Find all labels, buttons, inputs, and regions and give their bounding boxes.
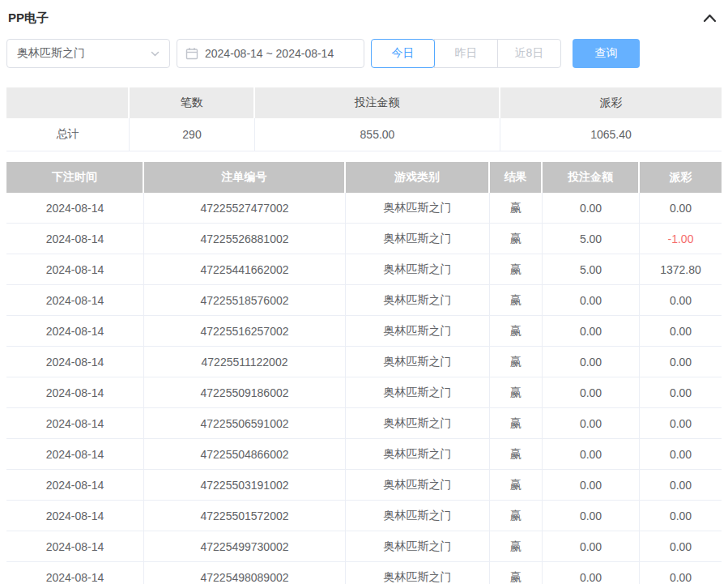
summary-header-row: 笔数 投注金额 派彩 xyxy=(6,87,722,118)
cell-game-category: 奥林匹斯之门 xyxy=(346,501,490,531)
cell-bet-id: 47225503191002 xyxy=(144,470,346,501)
table-row: 2024-08-14 47225501572002 奥林匹斯之门 赢 0.00 … xyxy=(6,501,722,531)
collapse-panel-button[interactable] xyxy=(701,11,718,24)
cell-bet-id: 47225441662002 xyxy=(144,254,346,285)
cell-bet-id: 47225499730002 xyxy=(144,531,346,562)
col-header-bet-time: 下注时间 xyxy=(6,162,144,193)
table-row: 2024-08-14 47225506591002 奥林匹斯之门 赢 0.00 … xyxy=(6,408,722,439)
cell-bet-time: 2024-08-14 xyxy=(6,377,144,408)
cell-payout: 0.00 xyxy=(640,316,722,347)
cell-bet-time: 2024-08-14 xyxy=(6,254,144,285)
table-row: 2024-08-14 47225504866002 奥林匹斯之门 赢 0.00 … xyxy=(6,439,722,470)
summary-table: 笔数 投注金额 派彩 总计 290 855.00 1065.40 xyxy=(6,87,722,151)
cell-bet-time: 2024-08-14 xyxy=(6,224,144,254)
cell-bet-amount: 0.00 xyxy=(543,439,640,470)
cell-bet-id: 47225526881002 xyxy=(144,224,346,254)
cell-bet-amount: 5.00 xyxy=(543,224,640,254)
cell-game-category: 奥林匹斯之门 xyxy=(346,470,490,501)
quick-date-group: 今日 昨日 近8日 xyxy=(371,39,561,68)
cell-bet-amount: 0.00 xyxy=(543,377,640,408)
cell-game-category: 奥林匹斯之门 xyxy=(346,224,490,254)
cell-game-category: 奥林匹斯之门 xyxy=(346,439,490,470)
cell-bet-amount: 0.00 xyxy=(543,408,640,439)
cell-payout: 0.00 xyxy=(640,347,722,377)
cell-game-category: 奥林匹斯之门 xyxy=(346,254,490,285)
last-8-days-button[interactable]: 近8日 xyxy=(497,39,561,68)
filter-bar: 奥林匹斯之门 2024-08-14 ~ 2024-08-14 今日 昨日 xyxy=(6,39,722,68)
summary-total-label: 总计 xyxy=(6,118,130,151)
cell-result: 赢 xyxy=(490,377,543,408)
cell-payout: 0.00 xyxy=(640,377,722,408)
cell-bet-time: 2024-08-14 xyxy=(6,470,144,501)
pp-electronic-panel: PP电子 奥林匹斯之门 xyxy=(0,0,728,584)
cell-result: 赢 xyxy=(490,562,543,584)
cell-game-category: 奥林匹斯之门 xyxy=(346,408,490,439)
summary-header-blank xyxy=(6,87,130,118)
cell-bet-id: 47225498089002 xyxy=(144,562,346,584)
query-button[interactable]: 查询 xyxy=(573,39,640,68)
date-range-value: 2024-08-14 ~ 2024-08-14 xyxy=(205,47,334,60)
summary-total-bet-amount: 855.00 xyxy=(255,118,500,151)
cell-bet-id: 47225504866002 xyxy=(144,439,346,470)
table-row: 2024-08-14 47225527477002 奥林匹斯之门 赢 0.00 … xyxy=(6,193,722,224)
cell-bet-amount: 0.00 xyxy=(543,316,640,347)
cell-bet-time: 2024-08-14 xyxy=(6,347,144,377)
cell-bet-time: 2024-08-14 xyxy=(6,439,144,470)
game-select-value: 奥林匹斯之门 xyxy=(17,46,85,61)
cell-result: 赢 xyxy=(490,501,543,531)
cell-bet-id: 47225501572002 xyxy=(144,501,346,531)
cell-bet-amount: 0.00 xyxy=(543,285,640,316)
table-row: 2024-08-14 47225518576002 奥林匹斯之门 赢 0.00 … xyxy=(6,285,722,316)
cell-result: 赢 xyxy=(490,193,543,224)
cell-game-category: 奥林匹斯之门 xyxy=(346,377,490,408)
col-header-payout: 派彩 xyxy=(640,162,722,193)
summary-header-payout: 派彩 xyxy=(500,87,722,118)
cell-payout: 0.00 xyxy=(640,562,722,584)
cell-bet-amount: 0.00 xyxy=(543,193,640,224)
cell-result: 赢 xyxy=(490,347,543,377)
cell-game-category: 奥林匹斯之门 xyxy=(346,316,490,347)
cell-result: 赢 xyxy=(490,285,543,316)
cell-bet-amount: 0.00 xyxy=(543,501,640,531)
cell-game-category: 奥林匹斯之门 xyxy=(346,562,490,584)
table-row: 2024-08-14 47225511122002 奥林匹斯之门 赢 0.00 … xyxy=(6,347,722,377)
calendar-icon xyxy=(185,47,198,60)
cell-result: 赢 xyxy=(490,224,543,254)
records-header-row: 下注时间 注单编号 游戏类别 结果 投注金额 派彩 xyxy=(6,162,722,193)
cell-bet-amount: 0.00 xyxy=(543,531,640,562)
yesterday-button[interactable]: 昨日 xyxy=(434,39,498,68)
table-row: 2024-08-14 47225503191002 奥林匹斯之门 赢 0.00 … xyxy=(6,470,722,501)
cell-payout: 0.00 xyxy=(640,501,722,531)
cell-bet-amount: 0.00 xyxy=(543,562,640,584)
summary-header-bet-amount: 投注金额 xyxy=(255,87,500,118)
summary-total-row: 总计 290 855.00 1065.40 xyxy=(6,118,722,151)
cell-game-category: 奥林匹斯之门 xyxy=(346,347,490,377)
table-row: 2024-08-14 47225499730002 奥林匹斯之门 赢 0.00 … xyxy=(6,531,722,562)
cell-bet-id: 47225511122002 xyxy=(144,347,346,377)
table-row: 2024-08-14 47225498089002 奥林匹斯之门 赢 0.00 … xyxy=(6,562,722,584)
cell-bet-time: 2024-08-14 xyxy=(6,316,144,347)
cell-game-category: 奥林匹斯之门 xyxy=(346,285,490,316)
records-table: 下注时间 注单编号 游戏类别 结果 投注金额 派彩 2024-08-14 472… xyxy=(6,162,722,584)
cell-bet-id: 47225509186002 xyxy=(144,377,346,408)
date-range-input[interactable]: 2024-08-14 ~ 2024-08-14 xyxy=(177,39,364,68)
panel-header: PP电子 xyxy=(6,6,722,28)
summary-total-count: 290 xyxy=(130,118,255,151)
table-row: 2024-08-14 47225516257002 奥林匹斯之门 赢 0.00 … xyxy=(6,316,722,347)
game-select[interactable]: 奥林匹斯之门 xyxy=(6,39,170,68)
today-button[interactable]: 今日 xyxy=(371,39,435,68)
cell-payout: 0.00 xyxy=(640,470,722,501)
cell-game-category: 奥林匹斯之门 xyxy=(346,193,490,224)
table-row: 2024-08-14 47225509186002 奥林匹斯之门 赢 0.00 … xyxy=(6,377,722,408)
page-title: PP电子 xyxy=(8,11,49,26)
cell-result: 赢 xyxy=(490,439,543,470)
col-header-bet-amount: 投注金额 xyxy=(543,162,640,193)
cell-payout: -1.00 xyxy=(640,224,722,254)
records-body: 2024-08-14 47225527477002 奥林匹斯之门 赢 0.00 … xyxy=(6,193,722,584)
cell-payout: 0.00 xyxy=(640,531,722,562)
cell-bet-amount: 5.00 xyxy=(543,254,640,285)
cell-bet-time: 2024-08-14 xyxy=(6,531,144,562)
col-header-result: 结果 xyxy=(490,162,543,193)
cell-payout: 0.00 xyxy=(640,285,722,316)
cell-bet-id: 47225518576002 xyxy=(144,285,346,316)
